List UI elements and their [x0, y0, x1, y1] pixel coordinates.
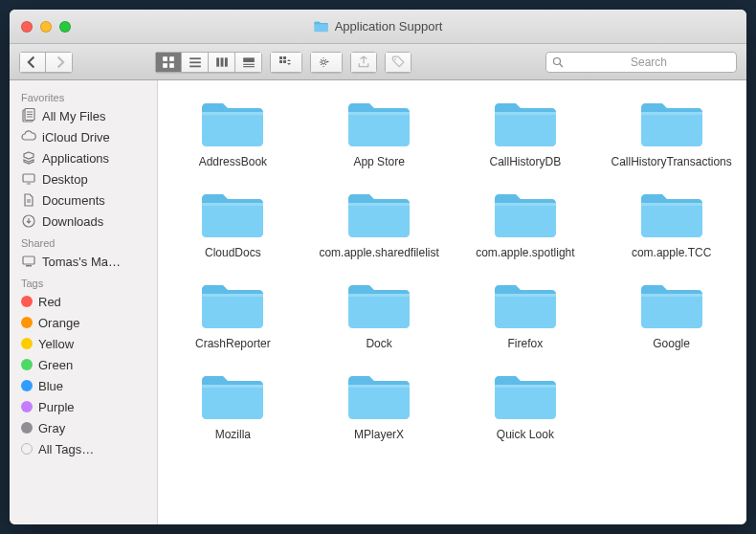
sidebar-item[interactable]: Applications — [10, 147, 157, 168]
folder-item[interactable]: Firefox — [455, 274, 597, 357]
folder-item[interactable]: App Store — [308, 92, 451, 175]
view-buttons — [155, 52, 262, 73]
svg-rect-15 — [279, 60, 282, 63]
folder-label: Firefox — [508, 337, 544, 351]
folder-icon — [345, 279, 413, 333]
sidebar-item[interactable]: Purple — [10, 396, 157, 417]
minimize-window-button[interactable] — [40, 21, 52, 33]
sidebar-item-label: Desktop — [42, 172, 88, 187]
folder-item[interactable]: CloudDocs — [162, 183, 304, 266]
folder-icon — [345, 98, 413, 151]
svg-point-18 — [394, 58, 396, 60]
sidebar-item-label: Purple — [38, 400, 75, 414]
share-button[interactable] — [350, 52, 377, 73]
folder-item[interactable]: Dock — [308, 274, 451, 357]
folder-item[interactable]: Quick Look — [455, 365, 597, 448]
svg-rect-2 — [163, 63, 167, 68]
back-button[interactable] — [19, 52, 46, 73]
tag-dot-icon — [21, 422, 33, 434]
desktop-icon — [21, 171, 36, 187]
sidebar-item-label: All Tags… — [38, 442, 94, 456]
folder-icon — [314, 20, 329, 33]
icon-view-button[interactable] — [155, 52, 182, 73]
sidebar-item[interactable]: Orange — [10, 312, 157, 333]
svg-rect-7 — [216, 57, 219, 66]
sidebar-item[interactable]: Tomas's Ma… — [10, 251, 157, 272]
folder-icon — [491, 189, 560, 242]
arrange-button[interactable] — [270, 52, 302, 73]
action-button[interactable] — [310, 52, 343, 73]
sidebar-item-label: Gray — [38, 421, 65, 435]
sidebar-item[interactable]: Blue — [10, 375, 157, 396]
folder-icon — [637, 279, 706, 333]
svg-point-19 — [554, 57, 561, 64]
folder-item[interactable]: com.apple.sharedfilelist — [308, 183, 451, 266]
sidebar-section-header: Favorites — [10, 86, 157, 105]
svg-rect-3 — [169, 63, 174, 68]
folder-icon — [198, 189, 267, 242]
folder-label: CloudDocs — [205, 246, 261, 260]
folder-label: Mozilla — [215, 428, 251, 442]
downloads-icon — [21, 213, 36, 229]
sidebar-item[interactable]: All Tags… — [10, 438, 157, 459]
sidebar-item-label: Downloads — [42, 214, 103, 229]
folder-label: CrashReporter — [195, 337, 271, 351]
folder-item[interactable]: CallHistoryTransactions — [600, 92, 743, 175]
sidebar-item[interactable]: Desktop — [10, 168, 157, 189]
sidebar-item[interactable]: Gray — [10, 417, 157, 438]
folder-item[interactable]: AddressBook — [162, 92, 304, 175]
folder-label: Quick Look — [497, 428, 554, 442]
sidebar-item[interactable]: Downloads — [10, 211, 157, 232]
search-field[interactable] — [545, 52, 737, 73]
sidebar-item-label: Applications — [42, 151, 109, 166]
search-input[interactable] — [567, 56, 730, 69]
folder-item[interactable]: Mozilla — [162, 365, 304, 448]
column-view-button[interactable] — [209, 52, 235, 73]
tags-button[interactable] — [385, 52, 411, 73]
window-title-text: Application Support — [335, 19, 443, 33]
svg-line-20 — [560, 64, 563, 67]
sidebar-item-label: Blue — [38, 379, 63, 393]
folder-item[interactable]: Google — [600, 274, 743, 357]
svg-rect-14 — [283, 56, 286, 59]
close-window-button[interactable] — [21, 21, 33, 33]
sidebar-item[interactable]: Green — [10, 354, 157, 375]
tag-dot-icon — [21, 317, 33, 328]
folder-label: com.apple.spotlight — [476, 246, 574, 260]
traffic-lights — [10, 21, 71, 33]
svg-rect-12 — [243, 66, 255, 67]
sidebar-item-label: Green — [38, 358, 73, 372]
folder-icon — [198, 98, 267, 151]
folder-icon — [491, 370, 560, 424]
documents-icon — [21, 192, 36, 208]
folder-label: com.apple.TCC — [632, 246, 711, 260]
folder-label: CallHistoryTransactions — [611, 155, 731, 169]
list-view-button[interactable] — [182, 52, 209, 73]
apps-icon — [21, 150, 36, 166]
folder-item[interactable]: MPlayerX — [308, 365, 451, 448]
folder-icon — [345, 189, 413, 242]
sidebar-item-label: Yellow — [38, 337, 74, 351]
sidebar-item-label: Tomas's Ma… — [42, 255, 121, 269]
zoom-window-button[interactable] — [59, 21, 71, 33]
sidebar-section-header: Shared — [10, 232, 157, 251]
sidebar-item[interactable]: Red — [10, 291, 157, 312]
folder-item[interactable]: CallHistoryDB — [455, 92, 597, 175]
sidebar-item[interactable]: iCloud Drive — [10, 126, 157, 147]
content-area[interactable]: AddressBookApp StoreCallHistoryDBCallHis… — [158, 80, 746, 524]
sidebar-item[interactable]: Yellow — [10, 333, 157, 354]
folder-icon — [637, 98, 706, 151]
toolbar — [10, 44, 746, 80]
tag-dot-icon — [21, 443, 33, 455]
forward-button[interactable] — [46, 52, 73, 73]
folder-item[interactable]: CrashReporter — [162, 274, 304, 357]
sidebar-item[interactable]: Documents — [10, 189, 157, 211]
coverflow-view-button[interactable] — [235, 52, 262, 73]
sidebar-item-label: All My Files — [42, 109, 105, 123]
folder-icon — [491, 98, 560, 151]
folder-item[interactable]: com.apple.spotlight — [455, 183, 597, 266]
sidebar-item[interactable]: All My Files — [10, 105, 157, 126]
folder-item[interactable]: com.apple.TCC — [600, 183, 743, 266]
svg-rect-11 — [243, 63, 255, 64]
all-files-icon — [21, 108, 36, 123]
